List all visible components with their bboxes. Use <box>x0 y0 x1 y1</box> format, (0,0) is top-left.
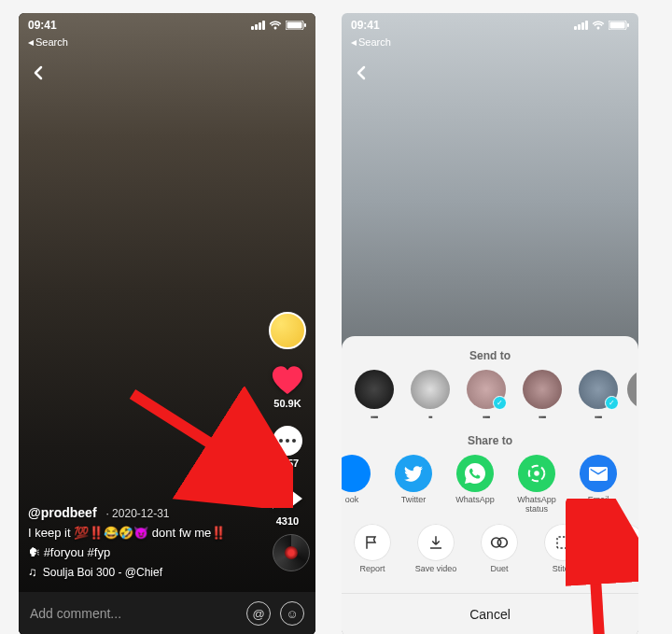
wifi-icon <box>269 21 282 30</box>
phone-left: 09:41 Search 50.9K 2057 4310 @prodbeef ·… <box>19 13 315 634</box>
hashtags-row[interactable]: 🗣 #foryou #fyp <box>28 545 250 559</box>
cell-signal-icon <box>574 21 588 30</box>
mention-icon[interactable]: @ <box>246 601 271 626</box>
video-info: @prodbeef · 2020-12-31 I keep it 💯‼️😂🤣😈 … <box>28 505 250 579</box>
share-twitter[interactable]: Twitter <box>386 455 441 514</box>
svg-point-8 <box>534 472 539 477</box>
svg-rect-1 <box>287 22 302 29</box>
music-title: Soulja Boi 300 - @Chief <box>43 566 162 579</box>
svg-point-10 <box>497 538 507 547</box>
send-contact[interactable]: ▪▪▪▪ <box>465 370 508 421</box>
sound-disc[interactable] <box>273 534 310 571</box>
status-time: 09:41 <box>351 19 380 32</box>
comment-input[interactable] <box>30 606 237 621</box>
phone-right: 09:41 Search Send to ▪▪▪▪ ▪▪ ▪▪▪▪ ▪▪▪▪ ▪… <box>342 13 638 634</box>
author-handle: @prodbeef <box>28 505 97 520</box>
wifi-icon <box>592 21 605 30</box>
share-facebook-partial[interactable]: ook <box>342 455 379 514</box>
cell-signal-icon <box>251 21 265 30</box>
send-contact[interactable]: ▪▪▪▪ <box>353 370 396 421</box>
annotation-arrow-right <box>566 499 638 634</box>
send-to-row[interactable]: ▪▪▪▪ ▪▪ ▪▪▪▪ ▪▪▪▪ ▪▪▪▪ <box>342 370 638 430</box>
share-whatsapp-status[interactable]: WhatsApp status <box>510 455 564 514</box>
back-button[interactable] <box>351 62 373 84</box>
share-whatsapp[interactable]: WhatsApp <box>448 455 502 514</box>
send-to-title: Send to <box>342 349 638 362</box>
share-to-title: Share to <box>342 434 638 447</box>
svg-rect-5 <box>610 22 625 29</box>
post-date: · 2020-12-31 <box>105 507 169 520</box>
action-save-video[interactable]: Save video <box>409 524 463 584</box>
search-back-link[interactable]: Search <box>28 35 68 49</box>
send-contact[interactable]: ▪▪▪▪ <box>521 370 564 421</box>
caption-text[interactable]: I keep it 💯‼️😂🤣😈 dont fw me‼️ <box>28 526 250 540</box>
svg-rect-6 <box>627 23 629 27</box>
share-count: 4310 <box>276 515 299 527</box>
music-row[interactable]: ♫ Soulja Boi 300 - @Chief <box>28 565 250 579</box>
action-report[interactable]: Report <box>345 524 399 584</box>
svg-rect-2 <box>304 23 306 27</box>
svg-line-12 <box>592 517 599 634</box>
status-bar: 09:41 <box>342 13 638 34</box>
search-back-link[interactable]: Search <box>351 35 391 49</box>
profile-avatar[interactable] <box>269 312 306 349</box>
battery-icon <box>286 21 306 30</box>
status-bar: 09:41 <box>19 13 315 34</box>
emoji-icon[interactable]: ☺ <box>280 601 304 626</box>
battery-icon <box>609 21 629 30</box>
back-button[interactable] <box>28 62 50 84</box>
send-contact[interactable]: ▪▪▪▪ <box>577 370 620 421</box>
svg-line-3 <box>133 394 265 478</box>
annotation-arrow-left <box>125 387 293 508</box>
send-contact[interactable]: ▪▪ <box>409 370 452 421</box>
comment-bar: @ ☺ <box>19 592 315 634</box>
action-duet[interactable]: Duet <box>472 524 526 584</box>
status-time: 09:41 <box>28 19 57 32</box>
music-note-icon: ♫ <box>28 565 37 579</box>
